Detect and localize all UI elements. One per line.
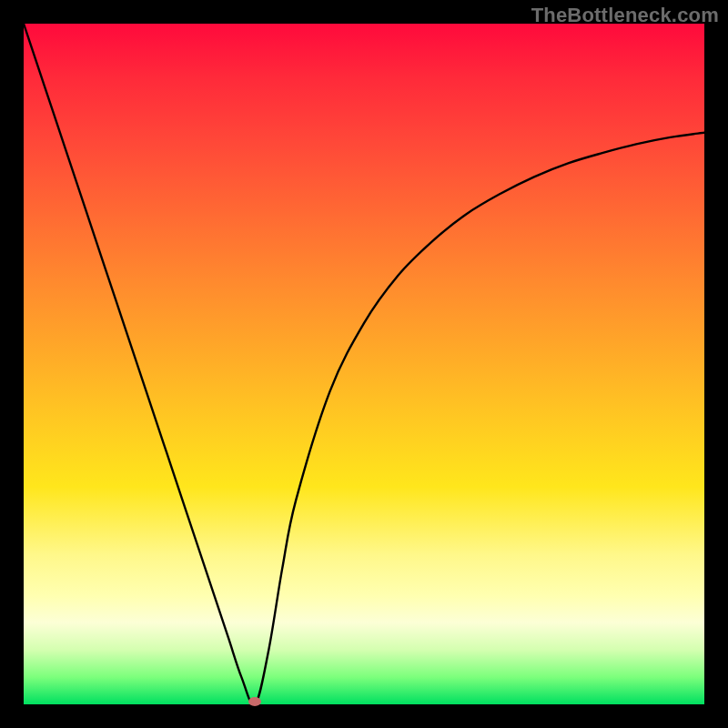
plot-area	[24, 24, 704, 704]
watermark-text: TheBottleneck.com	[531, 4, 719, 27]
curve-svg	[24, 24, 704, 704]
minimum-marker	[248, 697, 261, 706]
bottleneck-curve-path	[24, 24, 704, 704]
